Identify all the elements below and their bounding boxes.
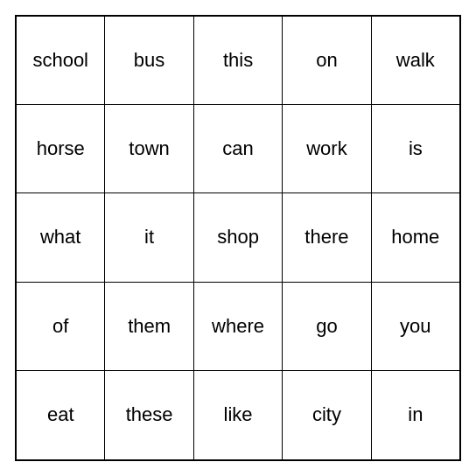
bingo-cell: these: [105, 371, 193, 459]
bingo-cell: town: [105, 105, 193, 192]
bingo-cell: go: [283, 283, 371, 370]
bingo-board: schoolbusthisonwalkhorsetowncanworkiswha…: [15, 15, 461, 461]
bingo-cell: school: [17, 17, 105, 104]
bingo-row: whatitshoptherehome: [17, 193, 459, 282]
bingo-cell: like: [194, 371, 283, 459]
bingo-cell: is: [372, 105, 459, 192]
bingo-cell: of: [17, 283, 105, 370]
bingo-cell: home: [372, 193, 459, 281]
bingo-cell: where: [194, 283, 283, 370]
bingo-cell: shop: [194, 193, 283, 281]
bingo-cell: city: [283, 371, 371, 459]
bingo-cell: can: [194, 105, 283, 192]
bingo-row: horsetowncanworkis: [17, 105, 459, 193]
bingo-cell: in: [372, 371, 459, 459]
bingo-cell: bus: [105, 17, 193, 104]
bingo-cell: them: [105, 283, 193, 370]
bingo-cell: what: [17, 193, 105, 281]
bingo-cell: it: [105, 193, 193, 281]
bingo-cell: on: [283, 17, 371, 104]
bingo-row: eattheselikecityin: [17, 371, 459, 459]
bingo-row: ofthemwheregoyou: [17, 283, 459, 371]
bingo-cell: you: [372, 283, 459, 370]
bingo-cell: this: [194, 17, 283, 104]
bingo-cell: walk: [372, 17, 459, 104]
bingo-cell: work: [283, 105, 371, 192]
bingo-row: schoolbusthisonwalk: [17, 17, 459, 105]
bingo-cell: there: [283, 193, 371, 281]
bingo-cell: eat: [17, 371, 105, 459]
bingo-cell: horse: [17, 105, 105, 192]
